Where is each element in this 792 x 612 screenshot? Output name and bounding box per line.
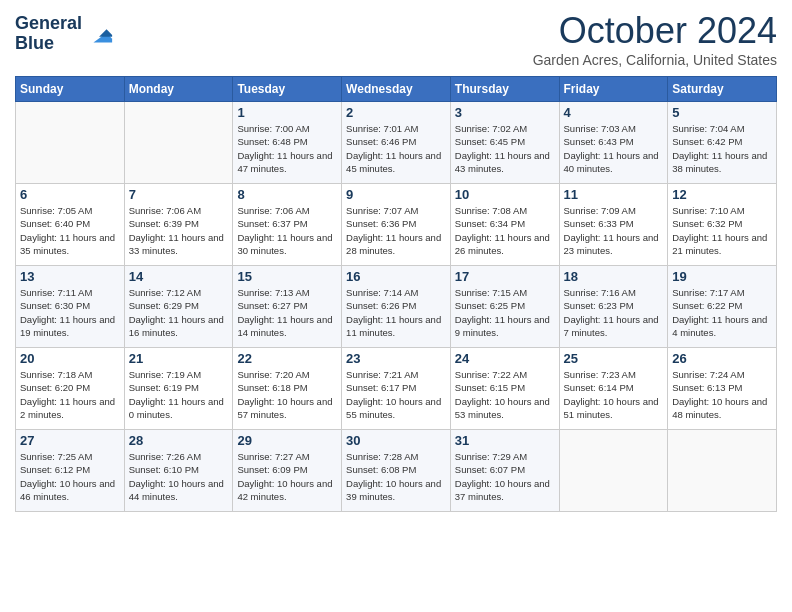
day-info: Sunrise: 7:06 AM Sunset: 6:37 PM Dayligh… [237, 204, 337, 257]
calendar-cell: 2Sunrise: 7:01 AM Sunset: 6:46 PM Daylig… [342, 102, 451, 184]
day-number: 17 [455, 269, 555, 284]
calendar-cell: 11Sunrise: 7:09 AM Sunset: 6:33 PM Dayli… [559, 184, 668, 266]
day-number: 16 [346, 269, 446, 284]
page-header: General Blue October 2024 Garden Acres, … [15, 10, 777, 68]
weekday-header-sunday: Sunday [16, 77, 125, 102]
day-info: Sunrise: 7:13 AM Sunset: 6:27 PM Dayligh… [237, 286, 337, 339]
calendar-cell: 21Sunrise: 7:19 AM Sunset: 6:19 PM Dayli… [124, 348, 233, 430]
day-number: 9 [346, 187, 446, 202]
day-info: Sunrise: 7:08 AM Sunset: 6:34 PM Dayligh… [455, 204, 555, 257]
calendar-week-row: 20Sunrise: 7:18 AM Sunset: 6:20 PM Dayli… [16, 348, 777, 430]
location-title: Garden Acres, California, United States [533, 52, 777, 68]
calendar-cell: 3Sunrise: 7:02 AM Sunset: 6:45 PM Daylig… [450, 102, 559, 184]
day-number: 25 [564, 351, 664, 366]
day-info: Sunrise: 7:04 AM Sunset: 6:42 PM Dayligh… [672, 122, 772, 175]
day-number: 6 [20, 187, 120, 202]
calendar-cell: 22Sunrise: 7:20 AM Sunset: 6:18 PM Dayli… [233, 348, 342, 430]
calendar-cell [668, 430, 777, 512]
calendar-cell: 16Sunrise: 7:14 AM Sunset: 6:26 PM Dayli… [342, 266, 451, 348]
calendar-cell: 31Sunrise: 7:29 AM Sunset: 6:07 PM Dayli… [450, 430, 559, 512]
day-number: 19 [672, 269, 772, 284]
calendar-week-row: 6Sunrise: 7:05 AM Sunset: 6:40 PM Daylig… [16, 184, 777, 266]
day-number: 2 [346, 105, 446, 120]
calendar-cell: 29Sunrise: 7:27 AM Sunset: 6:09 PM Dayli… [233, 430, 342, 512]
day-info: Sunrise: 7:07 AM Sunset: 6:36 PM Dayligh… [346, 204, 446, 257]
calendar-cell: 12Sunrise: 7:10 AM Sunset: 6:32 PM Dayli… [668, 184, 777, 266]
weekday-header-monday: Monday [124, 77, 233, 102]
day-info: Sunrise: 7:12 AM Sunset: 6:29 PM Dayligh… [129, 286, 229, 339]
calendar-cell: 26Sunrise: 7:24 AM Sunset: 6:13 PM Dayli… [668, 348, 777, 430]
calendar-cell: 15Sunrise: 7:13 AM Sunset: 6:27 PM Dayli… [233, 266, 342, 348]
day-info: Sunrise: 7:05 AM Sunset: 6:40 PM Dayligh… [20, 204, 120, 257]
calendar-cell: 10Sunrise: 7:08 AM Sunset: 6:34 PM Dayli… [450, 184, 559, 266]
day-info: Sunrise: 7:26 AM Sunset: 6:10 PM Dayligh… [129, 450, 229, 503]
day-info: Sunrise: 7:06 AM Sunset: 6:39 PM Dayligh… [129, 204, 229, 257]
calendar-cell: 23Sunrise: 7:21 AM Sunset: 6:17 PM Dayli… [342, 348, 451, 430]
day-number: 23 [346, 351, 446, 366]
day-number: 4 [564, 105, 664, 120]
day-number: 20 [20, 351, 120, 366]
day-info: Sunrise: 7:15 AM Sunset: 6:25 PM Dayligh… [455, 286, 555, 339]
day-number: 21 [129, 351, 229, 366]
calendar-cell: 14Sunrise: 7:12 AM Sunset: 6:29 PM Dayli… [124, 266, 233, 348]
day-info: Sunrise: 7:19 AM Sunset: 6:19 PM Dayligh… [129, 368, 229, 421]
calendar-week-row: 1Sunrise: 7:00 AM Sunset: 6:48 PM Daylig… [16, 102, 777, 184]
day-info: Sunrise: 7:00 AM Sunset: 6:48 PM Dayligh… [237, 122, 337, 175]
day-info: Sunrise: 7:24 AM Sunset: 6:13 PM Dayligh… [672, 368, 772, 421]
day-number: 11 [564, 187, 664, 202]
calendar-cell: 27Sunrise: 7:25 AM Sunset: 6:12 PM Dayli… [16, 430, 125, 512]
calendar-cell: 25Sunrise: 7:23 AM Sunset: 6:14 PM Dayli… [559, 348, 668, 430]
calendar-cell [16, 102, 125, 184]
day-info: Sunrise: 7:22 AM Sunset: 6:15 PM Dayligh… [455, 368, 555, 421]
day-info: Sunrise: 7:10 AM Sunset: 6:32 PM Dayligh… [672, 204, 772, 257]
weekday-header-row: SundayMondayTuesdayWednesdayThursdayFrid… [16, 77, 777, 102]
day-info: Sunrise: 7:11 AM Sunset: 6:30 PM Dayligh… [20, 286, 120, 339]
day-number: 5 [672, 105, 772, 120]
day-number: 27 [20, 433, 120, 448]
logo-icon [86, 20, 114, 48]
calendar-cell: 28Sunrise: 7:26 AM Sunset: 6:10 PM Dayli… [124, 430, 233, 512]
day-info: Sunrise: 7:14 AM Sunset: 6:26 PM Dayligh… [346, 286, 446, 339]
day-number: 15 [237, 269, 337, 284]
calendar-cell [559, 430, 668, 512]
day-number: 29 [237, 433, 337, 448]
day-info: Sunrise: 7:28 AM Sunset: 6:08 PM Dayligh… [346, 450, 446, 503]
day-number: 31 [455, 433, 555, 448]
svg-marker-1 [99, 29, 112, 36]
day-info: Sunrise: 7:29 AM Sunset: 6:07 PM Dayligh… [455, 450, 555, 503]
day-info: Sunrise: 7:20 AM Sunset: 6:18 PM Dayligh… [237, 368, 337, 421]
calendar-cell: 19Sunrise: 7:17 AM Sunset: 6:22 PM Dayli… [668, 266, 777, 348]
weekday-header-wednesday: Wednesday [342, 77, 451, 102]
day-info: Sunrise: 7:09 AM Sunset: 6:33 PM Dayligh… [564, 204, 664, 257]
day-info: Sunrise: 7:01 AM Sunset: 6:46 PM Dayligh… [346, 122, 446, 175]
calendar-cell: 1Sunrise: 7:00 AM Sunset: 6:48 PM Daylig… [233, 102, 342, 184]
weekday-header-saturday: Saturday [668, 77, 777, 102]
day-number: 28 [129, 433, 229, 448]
day-number: 12 [672, 187, 772, 202]
day-number: 1 [237, 105, 337, 120]
day-info: Sunrise: 7:03 AM Sunset: 6:43 PM Dayligh… [564, 122, 664, 175]
day-number: 10 [455, 187, 555, 202]
day-info: Sunrise: 7:23 AM Sunset: 6:14 PM Dayligh… [564, 368, 664, 421]
day-info: Sunrise: 7:25 AM Sunset: 6:12 PM Dayligh… [20, 450, 120, 503]
calendar-table: SundayMondayTuesdayWednesdayThursdayFrid… [15, 76, 777, 512]
weekday-header-thursday: Thursday [450, 77, 559, 102]
calendar-week-row: 27Sunrise: 7:25 AM Sunset: 6:12 PM Dayli… [16, 430, 777, 512]
calendar-cell: 17Sunrise: 7:15 AM Sunset: 6:25 PM Dayli… [450, 266, 559, 348]
logo: General Blue [15, 14, 114, 54]
day-number: 18 [564, 269, 664, 284]
weekday-header-tuesday: Tuesday [233, 77, 342, 102]
day-info: Sunrise: 7:27 AM Sunset: 6:09 PM Dayligh… [237, 450, 337, 503]
day-number: 24 [455, 351, 555, 366]
weekday-header-friday: Friday [559, 77, 668, 102]
day-number: 26 [672, 351, 772, 366]
day-number: 3 [455, 105, 555, 120]
calendar-cell [124, 102, 233, 184]
calendar-cell: 20Sunrise: 7:18 AM Sunset: 6:20 PM Dayli… [16, 348, 125, 430]
calendar-cell: 5Sunrise: 7:04 AM Sunset: 6:42 PM Daylig… [668, 102, 777, 184]
calendar-week-row: 13Sunrise: 7:11 AM Sunset: 6:30 PM Dayli… [16, 266, 777, 348]
logo-text: General Blue [15, 14, 82, 54]
calendar-cell: 13Sunrise: 7:11 AM Sunset: 6:30 PM Dayli… [16, 266, 125, 348]
day-number: 14 [129, 269, 229, 284]
day-number: 22 [237, 351, 337, 366]
